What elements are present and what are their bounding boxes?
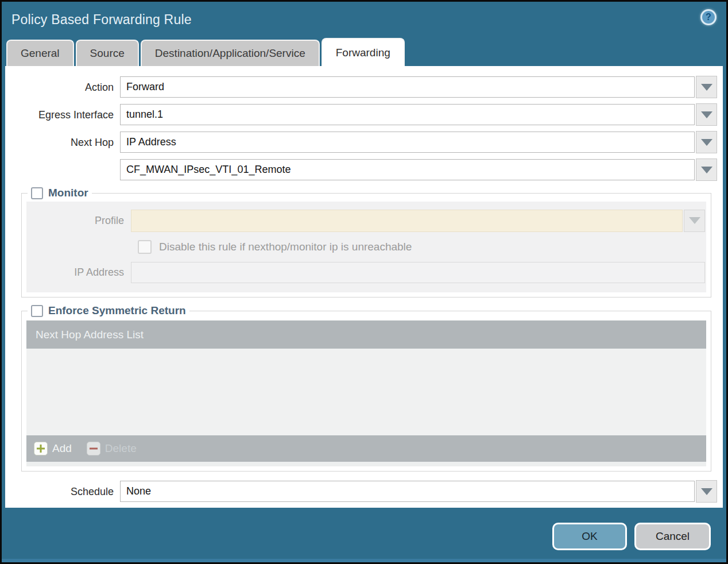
next-hop-address-table-body[interactable]	[26, 349, 706, 435]
schedule-label: Schedule	[5, 486, 120, 498]
schedule-combo: None	[120, 481, 717, 503]
profile-row: Profile	[26, 210, 705, 232]
monitor-ip-label: IP Address	[26, 266, 131, 279]
help-glyph: ?	[706, 12, 711, 22]
monitor-ip-row: IP Address	[26, 262, 705, 283]
profile-dropdown-button	[684, 210, 705, 232]
dialog-footer: OK Cancel	[2, 508, 726, 559]
cancel-button[interactable]: Cancel	[634, 523, 711, 550]
symmetric-return-checkbox[interactable]	[31, 305, 43, 317]
next-hop-address-combo: CF_MWAN_IPsec_VTI_01_Remote	[120, 159, 717, 181]
policy-based-forwarding-dialog: Policy Based Forwarding Rule ? General S…	[0, 0, 728, 564]
next-hop-dropdown-button[interactable]	[696, 131, 717, 153]
action-row: Action Forward	[5, 76, 717, 98]
chevron-down-icon	[701, 488, 712, 495]
profile-label: Profile	[26, 215, 131, 227]
table-bottom-strip	[26, 462, 706, 466]
monitor-group: Monitor Profile Disable this rule if nex…	[21, 187, 711, 298]
tab-bar: General Source Destination/Application/S…	[2, 38, 726, 66]
help-icon[interactable]: ?	[700, 9, 717, 25]
plus-icon	[34, 442, 48, 455]
tab-destination-application-service[interactable]: Destination/Application/Service	[141, 40, 320, 66]
next-hop-address-dropdown-button[interactable]	[696, 159, 717, 181]
dialog-titlebar: Policy Based Forwarding Rule ?	[2, 2, 726, 38]
egress-interface-combo: tunnel.1	[120, 104, 717, 126]
egress-interface-row: Egress Interface tunnel.1	[5, 104, 717, 126]
egress-interface-dropdown-button[interactable]	[696, 103, 717, 126]
action-select[interactable]: Forward	[120, 76, 695, 98]
schedule-select[interactable]: None	[120, 481, 695, 502]
tab-forwarding[interactable]: Forwarding	[322, 38, 405, 66]
next-hop-address-row: CF_MWAN_IPsec_VTI_01_Remote	[5, 159, 717, 181]
chevron-down-icon	[689, 217, 700, 224]
next-hop-address-list-column-header: Next Hop Address List	[36, 329, 144, 341]
next-hop-label: Next Hop	[5, 137, 120, 149]
profile-select	[131, 210, 683, 232]
forwarding-tab-panel: Action Forward Egress Interface tunnel.1…	[5, 66, 723, 508]
delete-button: Delete	[87, 442, 137, 455]
monitor-checkbox[interactable]	[31, 187, 43, 199]
chevron-down-icon	[701, 111, 712, 118]
symmetric-return-legend-label: Enforce Symmetric Return	[48, 304, 186, 317]
action-label: Action	[5, 82, 120, 94]
next-hop-row: Next Hop IP Address	[5, 132, 717, 153]
monitor-legend: Monitor	[28, 187, 92, 199]
monitor-ip-input	[131, 262, 705, 283]
schedule-dropdown-button[interactable]	[696, 480, 717, 503]
action-dropdown-button[interactable]	[696, 76, 717, 98]
egress-interface-label: Egress Interface	[5, 109, 120, 121]
next-hop-address-table-toolbar: Add Delete	[26, 435, 706, 462]
monitor-panel: Profile Disable this rule if nexthop/mon…	[26, 202, 706, 292]
minus-icon	[87, 442, 100, 455]
next-hop-combo: IP Address	[120, 132, 717, 153]
symmetric-return-group: Enforce Symmetric Return Next Hop Addres…	[21, 304, 711, 472]
tab-general[interactable]: General	[6, 40, 74, 66]
symmetric-return-legend: Enforce Symmetric Return	[28, 304, 189, 317]
schedule-row: Schedule None	[5, 481, 717, 503]
egress-interface-select[interactable]: tunnel.1	[120, 104, 695, 125]
next-hop-address-select[interactable]: CF_MWAN_IPsec_VTI_01_Remote	[120, 159, 695, 180]
next-hop-type-select[interactable]: IP Address	[120, 132, 695, 153]
next-hop-address-table-header: Next Hop Address List	[26, 320, 706, 349]
ok-button[interactable]: OK	[552, 523, 627, 550]
disable-rule-row: Disable this rule if nexthop/monitor ip …	[26, 240, 705, 254]
disable-rule-checkbox[interactable]	[138, 240, 152, 254]
next-hop-address-table: Next Hop Address List Add Delete	[26, 320, 706, 466]
monitor-legend-label: Monitor	[48, 187, 88, 199]
action-combo: Forward	[120, 76, 717, 98]
disable-rule-label: Disable this rule if nexthop/monitor ip …	[159, 241, 412, 253]
chevron-down-icon	[701, 139, 712, 146]
add-button-label: Add	[52, 442, 72, 455]
tab-source[interactable]: Source	[76, 40, 139, 66]
dialog-title: Policy Based Forwarding Rule	[11, 12, 192, 28]
delete-button-label: Delete	[105, 442, 137, 455]
window-bottom-strip	[2, 559, 726, 563]
chevron-down-icon	[701, 167, 712, 173]
add-button[interactable]: Add	[34, 442, 72, 455]
chevron-down-icon	[701, 84, 712, 91]
